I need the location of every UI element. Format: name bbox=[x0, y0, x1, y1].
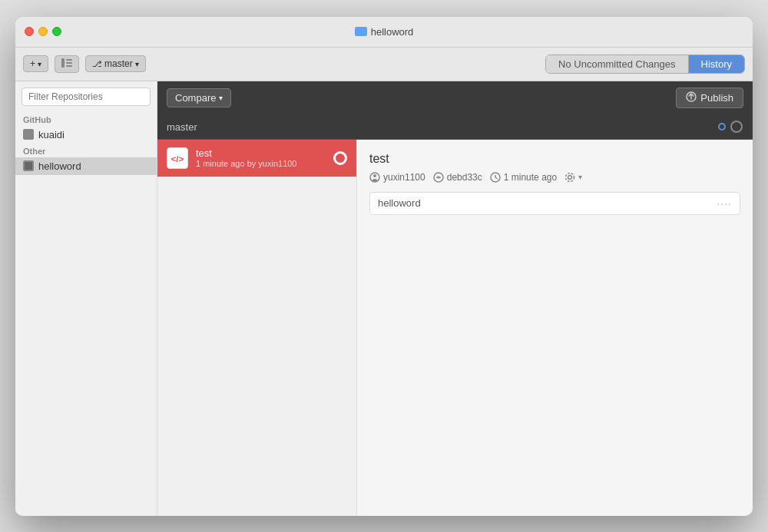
toolbar: + ▾ ⎇ master ▾ No Uncommitted Changes bbox=[15, 48, 753, 81]
sync-ring-icon bbox=[730, 120, 743, 134]
commit-detail-title: test bbox=[369, 152, 740, 166]
repo-icon-helloword bbox=[23, 160, 34, 171]
branch-bar: master bbox=[157, 115, 753, 140]
svg-point-14 bbox=[437, 176, 439, 178]
commit-title: test bbox=[196, 147, 326, 159]
other-section-label: Other bbox=[15, 144, 157, 157]
content-topbar: Compare ▾ Publish bbox=[157, 81, 753, 115]
commit-meta: 1 minute ago by yuxin1100 bbox=[196, 159, 326, 168]
tab-uncommitted[interactable]: No Uncommitted Changes bbox=[546, 55, 688, 73]
commit-time-label: 1 minute ago bbox=[504, 172, 557, 183]
commit-icon: </> bbox=[167, 147, 188, 169]
svg-point-11 bbox=[373, 174, 376, 177]
sidebar-icon bbox=[61, 58, 72, 70]
commit-selected-indicator bbox=[333, 151, 347, 165]
tab-history[interactable]: History bbox=[689, 55, 744, 73]
commits-list: </> test 1 minute ago by yuxin1100 bbox=[157, 140, 357, 516]
compare-caret-icon: ▾ bbox=[219, 94, 223, 102]
branch-icon: ⎇ bbox=[92, 59, 102, 69]
svg-line-17 bbox=[495, 177, 498, 179]
close-button[interactable] bbox=[25, 27, 34, 36]
branch-button[interactable]: ⎇ master ▾ bbox=[85, 55, 146, 72]
main-area: GitHub kuaidi Other helloword bbox=[15, 81, 753, 516]
settings-caret-icon: ▾ bbox=[578, 173, 582, 181]
commit-author-label: yuxin1100 bbox=[383, 172, 425, 183]
sidebar: GitHub kuaidi Other helloword bbox=[15, 81, 157, 516]
file-options-icon[interactable]: ···· bbox=[717, 197, 732, 210]
author-badge: yuxin1100 bbox=[369, 172, 425, 183]
author-icon bbox=[369, 172, 380, 183]
add-button[interactable]: + ▾ bbox=[23, 55, 48, 72]
publish-button[interactable]: Publish bbox=[676, 88, 743, 108]
traffic-lights bbox=[25, 27, 61, 36]
title-label: helloword bbox=[371, 26, 414, 38]
branch-label: master bbox=[104, 58, 133, 69]
publish-label: Publish bbox=[700, 92, 733, 104]
app-window: helloword + ▾ ⎇ master ▾ bbox=[15, 17, 753, 516]
sync-status bbox=[718, 120, 743, 134]
gear-icon bbox=[564, 172, 575, 183]
detail-file-item[interactable]: helloword ···· bbox=[370, 193, 740, 214]
svg-rect-3 bbox=[66, 65, 72, 67]
commits-panel: </> test 1 minute ago by yuxin1100 test bbox=[157, 140, 753, 516]
svg-point-19 bbox=[566, 173, 574, 181]
folder-icon bbox=[355, 27, 367, 36]
settings-badge[interactable]: ▾ bbox=[564, 172, 582, 183]
svg-rect-5 bbox=[25, 162, 32, 170]
publish-icon bbox=[686, 91, 697, 104]
sidebar-toggle-button[interactable] bbox=[55, 55, 79, 73]
add-icon: + bbox=[30, 58, 35, 69]
time-badge: 1 minute ago bbox=[490, 172, 557, 183]
svg-rect-0 bbox=[61, 58, 65, 68]
svg-rect-4 bbox=[25, 131, 32, 138]
repo-icon bbox=[23, 129, 34, 140]
commit-item[interactable]: </> test 1 minute ago by yuxin1100 bbox=[157, 140, 356, 177]
titlebar: helloword bbox=[15, 17, 753, 48]
branch-caret-icon: ▾ bbox=[135, 60, 139, 68]
window-title: helloword bbox=[355, 26, 414, 38]
repo-name-helloword: helloword bbox=[38, 160, 81, 172]
maximize-button[interactable] bbox=[52, 27, 61, 36]
commit-info: test 1 minute ago by yuxin1100 bbox=[196, 147, 326, 168]
hash-icon bbox=[433, 172, 444, 183]
branch-name-label: master bbox=[167, 121, 718, 133]
clock-icon bbox=[490, 172, 501, 183]
compare-label: Compare bbox=[175, 92, 216, 104]
hash-badge: debd33c bbox=[433, 172, 482, 183]
sync-dot-icon bbox=[718, 123, 726, 131]
svg-text:</>: </> bbox=[171, 153, 184, 163]
svg-point-18 bbox=[568, 175, 572, 179]
file-name-label: helloword bbox=[378, 197, 421, 209]
detail-files: helloword ···· bbox=[369, 192, 740, 215]
sidebar-item-helloword[interactable]: helloword bbox=[15, 157, 157, 175]
repo-name-kuaidi: kuaidi bbox=[38, 129, 65, 140]
compare-button[interactable]: Compare ▾ bbox=[167, 88, 231, 107]
content-area: Compare ▾ Publish master bbox=[157, 81, 753, 516]
svg-rect-2 bbox=[66, 62, 72, 64]
minimize-button[interactable] bbox=[38, 27, 48, 36]
filter-repositories-input[interactable] bbox=[22, 88, 151, 106]
commit-hash-label: debd33c bbox=[447, 172, 482, 183]
commit-detail: test yuxin1100 bbox=[357, 140, 753, 516]
svg-point-7 bbox=[731, 121, 742, 132]
sidebar-item-kuaidi[interactable]: kuaidi bbox=[15, 126, 157, 144]
svg-rect-1 bbox=[66, 59, 72, 61]
tab-group: No Uncommitted Changes History bbox=[545, 55, 745, 74]
commit-detail-meta: yuxin1100 debd33c bbox=[369, 172, 740, 183]
github-section-label: GitHub bbox=[15, 112, 157, 126]
